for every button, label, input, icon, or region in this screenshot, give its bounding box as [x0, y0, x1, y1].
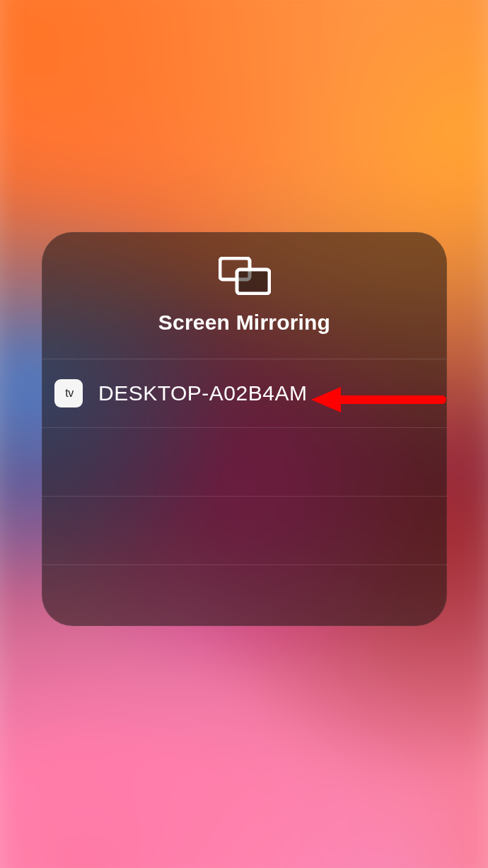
svg-rect-1 [237, 270, 269, 294]
screen-mirroring-panel: Screen Mirroring tv DESKTOP-A02B4AM [42, 232, 447, 626]
device-row-empty [42, 565, 447, 626]
screen-mirroring-icon [219, 257, 271, 295]
panel-title: Screen Mirroring [158, 311, 330, 335]
device-row-empty [42, 428, 447, 497]
panel-header: Screen Mirroring [42, 232, 447, 359]
device-row-desktop[interactable]: tv DESKTOP-A02B4AM [42, 359, 447, 428]
device-row-empty [42, 497, 447, 565]
appletv-icon: tv [54, 379, 83, 407]
device-name-label: DESKTOP-A02B4AM [98, 381, 307, 405]
